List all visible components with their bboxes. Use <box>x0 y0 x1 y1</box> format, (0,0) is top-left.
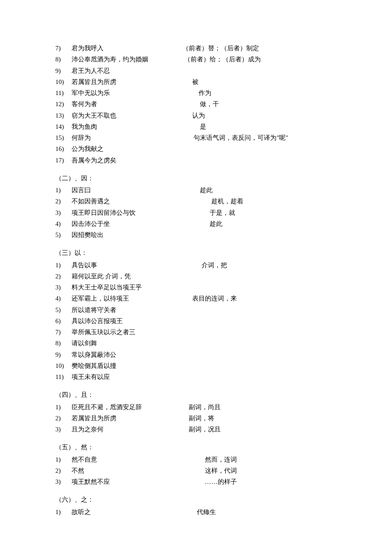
list-item: 3)料大王士卒足以当项王乎 <box>55 282 337 293</box>
item-sentence: 窃为大王不取也 <box>72 110 182 121</box>
item-sentence: 樊哙侧其盾以撞 <box>72 360 182 371</box>
list-item: 9)君王为人不忍 <box>55 65 337 76</box>
item-sentence: 具以沛公言报项王 <box>72 315 182 327</box>
section-heading: （三）以： <box>55 247 337 258</box>
list-item: 7)举所佩玉玦以示之者三 <box>55 327 337 338</box>
item-sentence: 公为我献之 <box>72 143 182 154</box>
item-number: 3) <box>55 424 72 435</box>
list-item: 1)因言曰 趁此 <box>55 185 337 196</box>
item-sentence: 料大王士卒足以当项王乎 <box>72 282 182 293</box>
item-number: 7) <box>55 43 72 54</box>
item-sentence: 君为我呼入 <box>72 43 182 54</box>
item-number: 15) <box>55 132 72 143</box>
list-item: 3)项王默然不应 ……的样子 <box>55 476 337 487</box>
item-number: 17) <box>55 155 72 166</box>
list-item: 1)臣死且不避，卮酒安足辞 副词，尚且 <box>55 402 337 413</box>
list-item: 3)且为之奈何 副词，况且 <box>55 424 337 435</box>
item-sentence: 还军霸上，以待项王 <box>72 293 182 304</box>
item-sentence: 因击沛公于坐 <box>72 218 182 229</box>
item-gloss: 趁此 <box>182 185 337 196</box>
list-item: 2)若属皆且为所虏 副词，将 <box>55 413 337 424</box>
list-item: 5)因招樊哙出 <box>55 229 337 240</box>
list-item: 2)不然 这样，代词 <box>55 465 337 476</box>
section-heading: （四）、且： <box>55 389 337 400</box>
item-number: 3) <box>55 476 72 487</box>
item-gloss: 趁此 <box>182 218 337 229</box>
list-item: 1)然不自意 然而，连词 <box>55 454 337 465</box>
item-number: 4) <box>55 293 72 304</box>
item-number: 5) <box>55 304 72 315</box>
list-item: 4)因击沛公于坐 趁此 <box>55 218 337 229</box>
item-gloss: ……的样子 <box>182 476 337 487</box>
list-item: 15)何辞为 句末语气词，表反问，可译为"呢" <box>55 132 337 143</box>
list-item: 14)我为鱼肉 是 <box>55 121 337 132</box>
list-item: 16)公为我献之 <box>55 143 337 154</box>
list-item: 4)还军霸上，以待项王 表目的连词，来 <box>55 293 337 304</box>
list-item: 9)常以身翼蔽沛公 <box>55 349 337 360</box>
item-gloss: 于是，就 <box>182 207 337 218</box>
item-number: 8) <box>55 54 72 65</box>
item-sentence: 君王为人不忍 <box>72 65 182 76</box>
item-sentence: 我为鱼肉 <box>72 121 182 132</box>
item-gloss: 做，干 <box>182 98 337 110</box>
item-sentence: 沛公奉卮酒为寿，约为婚姻 <box>72 54 182 65</box>
list-item: 7)君为我呼入（前者）替；（后者）制定 <box>55 43 337 54</box>
item-sentence: 因招樊哙出 <box>72 229 182 240</box>
item-sentence: 籍何以至此 介词，凭 <box>72 271 182 282</box>
item-number: 11) <box>55 87 72 98</box>
item-sentence: 项王默然不应 <box>72 476 182 487</box>
item-gloss: 是 <box>182 121 337 132</box>
item-number: 3) <box>55 282 72 293</box>
item-number: 10) <box>55 76 72 87</box>
item-gloss: 作为 <box>182 87 337 98</box>
item-sentence: 因言曰 <box>72 185 182 196</box>
item-gloss: 然而，连词 <box>182 454 337 465</box>
item-gloss: （前者）替；（后者）制定 <box>182 43 337 54</box>
item-sentence: 请以剑舞 <box>72 338 182 349</box>
item-number: 3) <box>55 207 72 218</box>
document-page: 7)君为我呼入（前者）替；（后者）制定8)沛公奉卮酒为寿，约为婚姻 （前者）给；… <box>0 0 392 555</box>
list-item: 13)窃为大王不取也 认为 <box>55 110 337 121</box>
item-sentence: 吾属今为之虏矣 <box>72 155 182 166</box>
item-number: 8) <box>55 338 72 349</box>
list-item: 10)若属皆且为所虏 被 <box>55 76 337 87</box>
item-sentence: 项王即日因留沛公与饮 <box>72 207 182 218</box>
item-gloss: 副词，将 <box>182 413 337 424</box>
list-item: 2)籍何以至此 介词，凭 <box>55 271 337 282</box>
item-number: 1) <box>55 454 72 465</box>
item-number: 2) <box>55 196 72 207</box>
item-number: 6) <box>55 315 72 327</box>
list-item: 11)军中无以为乐 作为 <box>55 87 337 98</box>
item-number: 2) <box>55 465 72 476</box>
section-heading: （五）、然： <box>55 442 337 453</box>
item-gloss: 代鲰生 <box>182 506 337 517</box>
list-item: 3)项王即日因留沛公与饮 于是，就 <box>55 207 337 218</box>
item-sentence: 常以身翼蔽沛公 <box>72 349 182 360</box>
item-gloss: 副词，况且 <box>182 424 337 435</box>
item-number: 9) <box>55 349 72 360</box>
list-item: 1)具告以事 介词，把 <box>55 260 337 271</box>
item-sentence: 若属皆且为所虏 <box>72 413 182 424</box>
item-sentence: 臣死且不避，卮酒安足辞 <box>72 402 182 413</box>
item-number: 12) <box>55 98 72 110</box>
item-sentence: 军中无以为乐 <box>72 87 182 98</box>
section-heading: （六）、之： <box>55 494 337 505</box>
item-number: 13) <box>55 110 72 121</box>
item-gloss: 句末语气词，表反问，可译为"呢" <box>182 132 337 143</box>
item-number: 11) <box>55 371 72 382</box>
item-sentence: 具告以事 <box>72 260 182 271</box>
item-number: 16) <box>55 143 72 154</box>
item-sentence: 故听之 <box>72 506 182 517</box>
list-item: 8)沛公奉卮酒为寿，约为婚姻 （前者）给；（后者）成为 <box>55 54 337 65</box>
list-item: 10)樊哙侧其盾以撞 <box>55 360 337 371</box>
item-number: 7) <box>55 327 72 338</box>
item-sentence: 然不自意 <box>72 454 182 465</box>
list-item: 8)请以剑舞 <box>55 338 337 349</box>
item-sentence: 举所佩玉玦以示之者三 <box>72 327 182 338</box>
list-item: 2)不如因善遇之 趁机，趁着 <box>55 196 337 207</box>
list-item: 11)项王未有以应 <box>55 371 337 382</box>
item-sentence: 若属皆且为所虏 <box>72 76 182 87</box>
item-gloss: 这样，代词 <box>182 465 337 476</box>
item-number: 1) <box>55 402 72 413</box>
item-gloss: （前者）给；（后者）成为 <box>182 54 337 65</box>
